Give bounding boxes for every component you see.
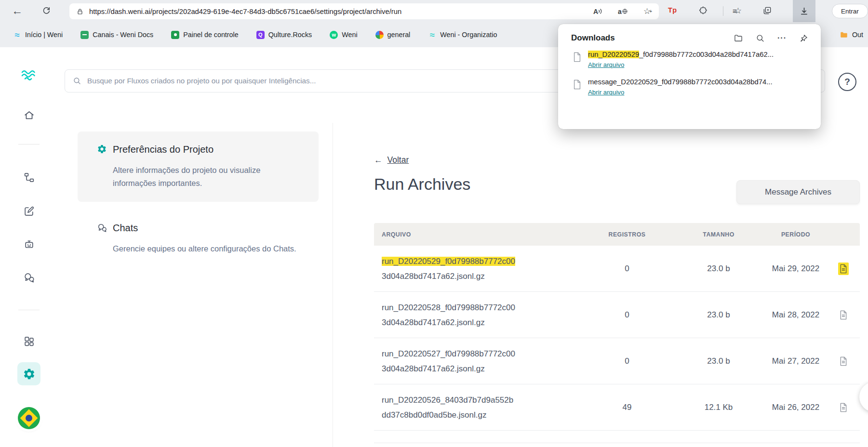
download-file-cell <box>827 355 860 368</box>
add-favorite-icon[interactable]: ☆ + <box>643 6 652 16</box>
nav-card-description: Gerencie equipes ou altere configurações… <box>113 242 305 255</box>
download-file-icon[interactable] <box>838 309 849 321</box>
records-value: 49 <box>581 403 673 412</box>
download-file-icon[interactable] <box>838 355 849 368</box>
table-row: run_D20220527_f0d79988b7772c00 3d04a28bd… <box>374 338 860 384</box>
nav-card-project-preferences[interactable]: Preferências do Projeto Altere informaçõ… <box>78 131 319 202</box>
bookmark-weni[interactable]: w Weni <box>330 31 357 39</box>
tp-extension-icon[interactable]: Tp <box>668 6 677 14</box>
sidebar-settings-button[interactable] <box>17 362 40 385</box>
sidebar-apps-button[interactable] <box>17 329 40 353</box>
bookmark-general[interactable]: general <box>375 31 411 39</box>
back-label: Voltar <box>387 155 409 165</box>
url-text[interactable]: https://dash.weni.ai/projects/202ad429-6… <box>89 8 588 15</box>
flows-icon <box>23 171 35 184</box>
more-options-icon[interactable]: ··· <box>777 34 787 42</box>
period-value: Mai 29, 2022 <box>764 264 827 274</box>
column-header-tamanho: TAMANHO <box>673 231 764 238</box>
entrar-button[interactable]: Entrar <box>832 4 868 18</box>
address-bar-actions: A a ☆ + <box>593 6 652 16</box>
sidebar-home-button[interactable] <box>17 104 40 127</box>
message-archives-button[interactable]: Message Archives <box>736 180 860 204</box>
downloads-toolbar: ··· <box>734 33 808 43</box>
refresh-icon[interactable] <box>41 6 51 15</box>
read-aloud-icon[interactable]: A <box>593 8 602 15</box>
file-name: run_D20220528_f0d79988b7772c00 3d04a28bd… <box>374 300 581 330</box>
download-file-cell <box>827 309 860 321</box>
toolbar-divider <box>723 6 723 16</box>
brazil-flag-button[interactable] <box>18 407 40 429</box>
weni-green-icon: w <box>330 31 338 39</box>
favorites-icon[interactable]: ≡ ☆ <box>733 6 742 16</box>
records-value: 0 <box>581 356 673 366</box>
back-icon[interactable]: ← <box>12 4 23 17</box>
table-header: ARQUIVO REGISTROS TAMANHO PERÍODO <box>374 223 860 246</box>
translate-icon[interactable]: a <box>618 8 628 15</box>
bookmark-weni-organization[interactable]: ≈ Weni - Organizatio <box>428 31 497 39</box>
panel-icon <box>171 31 179 39</box>
sidebar-divider <box>18 144 40 145</box>
lock-icon <box>76 8 84 15</box>
grid-icon <box>23 335 35 347</box>
file-name: run_D20220527_f0d79988b7772c00 3d04a28bd… <box>374 346 581 376</box>
file-name: run_D20220526_8403d7b7d9a552b dd37c8bd0d… <box>374 393 581 422</box>
download-item[interactable]: message_D20220529_f0d79988b7772c003d04a2… <box>558 73 821 101</box>
download-file-cell <box>827 263 860 275</box>
size-value: 12.1 Kb <box>673 403 764 412</box>
downloads-title: Downloads <box>571 33 734 43</box>
bookmark-canais-weni-docs[interactable]: Canais - Weni Docs <box>80 31 153 39</box>
download-file-icon[interactable] <box>838 401 849 414</box>
sidebar-intelligence-button[interactable] <box>17 233 40 256</box>
open-file-link[interactable]: Abrir arquivo <box>588 89 624 96</box>
weni-org-icon: ≈ <box>428 31 436 39</box>
open-file-link[interactable]: Abrir arquivo <box>588 61 624 68</box>
table-row: run_D20220529_f0d79988b7772c00 3d04a28bd… <box>374 246 860 292</box>
screen: ← https://dash.weni.ai/projects/202ad429… <box>0 0 868 447</box>
bookmark-painel-de-controle[interactable]: Painel de controle <box>171 31 238 39</box>
general-icon <box>375 31 384 39</box>
download-file-name: run_D20220529_f0d79988b7772c003d04a28bd7… <box>588 51 774 58</box>
back-arrow: ← <box>374 155 383 165</box>
compose-icon <box>23 205 35 217</box>
column-header-arquivo: ARQUIVO <box>374 231 581 238</box>
download-item[interactable]: run_D20220529_f0d79988b7772c003d04a28bd7… <box>558 46 821 73</box>
download-file-icon[interactable] <box>838 263 849 275</box>
downloads-popup-header: Downloads ··· <box>558 24 821 46</box>
content-divider <box>333 123 333 447</box>
weni-waves-icon <box>21 70 37 80</box>
open-downloads-folder-icon[interactable] <box>734 33 743 43</box>
period-value: Mai 27, 2022 <box>764 356 827 366</box>
pin-icon[interactable] <box>799 34 808 43</box>
extensions-icon[interactable] <box>699 6 708 15</box>
help-button[interactable]: ? <box>838 73 856 91</box>
sidebar-flows-button[interactable] <box>17 166 40 189</box>
downloads-button[interactable] <box>793 0 815 22</box>
collections-icon[interactable] <box>762 6 772 15</box>
address-bar[interactable]: https://dash.weni.ai/projects/202ad429-6… <box>69 3 659 19</box>
sidebar-studio-button[interactable] <box>17 199 40 223</box>
table-row: run_D20220526_8403d7b7d9a552b dd37c8bd0d… <box>374 384 860 431</box>
gear-icon <box>23 368 36 381</box>
bookmark-inicio-weni[interactable]: ≈ Início | Weni <box>13 31 63 39</box>
size-value: 23.0 b <box>673 310 764 320</box>
size-value: 23.0 b <box>673 264 764 274</box>
period-value: Mai 28, 2022 <box>764 310 827 320</box>
nav-card-chats[interactable]: Chats Gerencie equipes ou altere configu… <box>78 210 319 267</box>
nav-card-title: Preferências do Projeto <box>113 144 305 155</box>
flag-globe <box>26 415 32 421</box>
file-name: run_D20220529_f0d79988b7772c00 3d04a28bd… <box>374 254 581 284</box>
sidebar-chats-button[interactable] <box>17 266 40 289</box>
bookmark-qulture-rocks[interactable]: Q Qulture.Rocks <box>256 31 312 39</box>
weni-sidebar-logo[interactable] <box>17 68 40 82</box>
download-item-body: message_D20220529_f0d79988b7772c003d04a2… <box>588 78 773 96</box>
qulture-icon: Q <box>256 31 265 39</box>
gear-icon <box>97 144 107 156</box>
downloads-popup: Downloads ··· run_D20220529_f0d79988b777… <box>558 24 821 129</box>
nav-card-description: Altere informações do projeto ou visuali… <box>113 164 305 190</box>
home-icon <box>23 109 35 121</box>
folder-icon <box>840 30 848 39</box>
other-favorites-folder[interactable]: Out <box>840 22 863 47</box>
back-link[interactable]: ← Voltar <box>374 155 409 165</box>
bot-icon <box>23 238 35 250</box>
search-downloads-icon[interactable] <box>756 34 765 43</box>
